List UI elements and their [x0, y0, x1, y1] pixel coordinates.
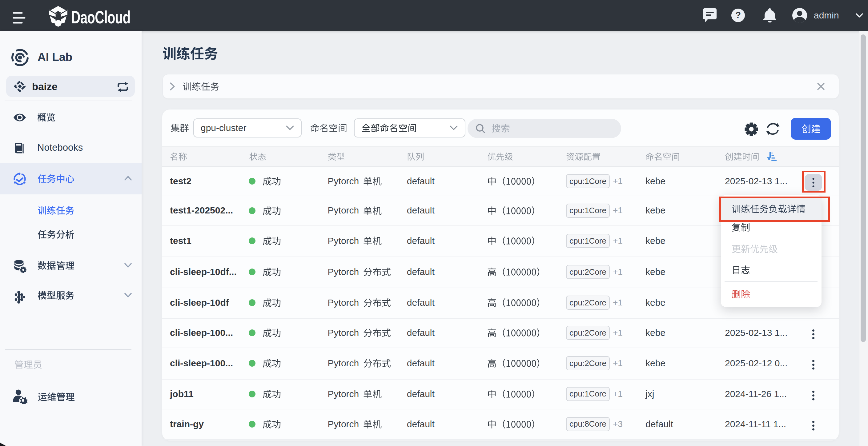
svg-text:?: ? [735, 10, 741, 20]
